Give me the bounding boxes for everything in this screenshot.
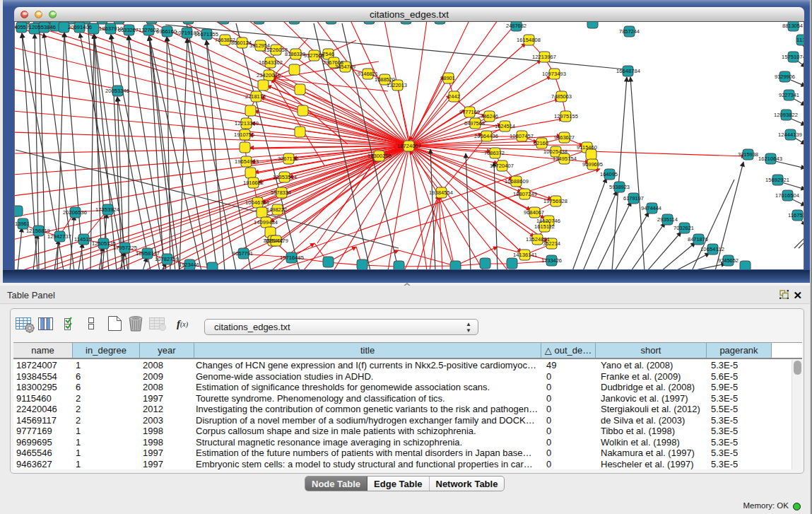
svg-text:7032621: 7032621 xyxy=(673,225,694,231)
svg-text:9657791: 9657791 xyxy=(233,250,253,257)
svg-text:14136141: 14136141 xyxy=(513,252,537,258)
svg-text:3454749: 3454749 xyxy=(335,64,355,70)
svg-text:16154808: 16154808 xyxy=(517,37,541,43)
svg-text:13495754: 13495754 xyxy=(553,156,577,162)
svg-text:1923446: 1923446 xyxy=(179,262,199,268)
svg-text:746246: 746246 xyxy=(481,113,498,119)
svg-text:20553846: 20553846 xyxy=(32,24,56,30)
svg-text:19654983: 19654983 xyxy=(235,158,259,165)
svg-text:114519: 114519 xyxy=(74,236,92,243)
svg-text:9115460: 9115460 xyxy=(577,144,597,151)
svg-text:15914479: 15914479 xyxy=(264,238,288,244)
svg-text:8660124: 8660124 xyxy=(231,40,252,46)
svg-text:9329906: 9329906 xyxy=(775,74,795,80)
svg-text:8813054: 8813054 xyxy=(782,23,803,29)
svg-text:19756928: 19756928 xyxy=(543,198,567,204)
svg-text:20053346: 20053346 xyxy=(105,88,129,94)
svg-text:1910755: 1910755 xyxy=(234,132,254,138)
svg-text:9327505: 9327505 xyxy=(304,52,324,59)
svg-text:2935114: 2935114 xyxy=(657,216,678,223)
svg-text:7485063: 7485063 xyxy=(551,93,572,100)
svg-text:5578334: 5578334 xyxy=(271,189,291,196)
svg-text:17957225: 17957225 xyxy=(113,245,137,251)
svg-text:164095: 164095 xyxy=(600,171,618,177)
svg-text:7546: 7546 xyxy=(322,51,334,57)
svg-text:3215938: 3215938 xyxy=(738,151,758,158)
svg-text:20206536: 20206536 xyxy=(63,209,87,216)
svg-text:12093822: 12093822 xyxy=(774,112,798,118)
svg-text:9227341: 9227341 xyxy=(779,92,799,98)
svg-text:6179197: 6179197 xyxy=(623,195,644,201)
svg-text:1615112: 1615112 xyxy=(534,223,555,230)
svg-text:10782759: 10782759 xyxy=(155,256,179,262)
svg-text:16648784: 16648784 xyxy=(616,68,640,74)
svg-text:1733426: 1733426 xyxy=(541,257,562,264)
svg-text:18807249: 18807249 xyxy=(513,191,537,197)
svg-text:20364436: 20364436 xyxy=(474,133,498,139)
svg-text:20691406: 20691406 xyxy=(68,24,92,30)
svg-text:12156819: 12156819 xyxy=(26,228,50,234)
svg-text:3267130: 3267130 xyxy=(278,156,298,162)
svg-text:1624514: 1624514 xyxy=(495,123,515,129)
svg-text:12213967: 12213967 xyxy=(532,54,556,60)
svg-text:15692921: 15692921 xyxy=(765,177,789,183)
svg-text:1405571: 1405571 xyxy=(15,24,32,30)
svg-text:10025438: 10025438 xyxy=(543,148,567,155)
svg-text:(x): (x) xyxy=(180,320,189,329)
svg-text:62160: 62160 xyxy=(534,140,548,146)
svg-text:1916682: 1916682 xyxy=(243,180,264,186)
svg-text:6497568: 6497568 xyxy=(464,120,485,127)
svg-text:8471876: 8471876 xyxy=(688,236,708,243)
svg-text:23420046: 23420046 xyxy=(257,72,281,78)
svg-text:12505135: 12505135 xyxy=(92,240,116,247)
svg-text:12213369: 12213369 xyxy=(235,120,259,127)
svg-text:12975155: 12975155 xyxy=(554,113,578,119)
svg-text:2487682: 2487682 xyxy=(506,23,526,29)
svg-text:19384554: 19384554 xyxy=(429,189,453,196)
svg-text:1112: 1112 xyxy=(796,37,804,43)
svg-text:17016504: 17016504 xyxy=(775,192,799,199)
svg-text:98901: 98901 xyxy=(440,75,455,81)
svg-text:10688609: 10688609 xyxy=(505,178,529,185)
svg-text:6533267: 6533267 xyxy=(118,27,139,33)
svg-text:15226058: 15226058 xyxy=(264,47,288,53)
svg-text:2442: 2442 xyxy=(448,93,460,100)
svg-text:1322013: 1322013 xyxy=(387,82,407,88)
svg-text:8186328: 8186328 xyxy=(285,51,305,57)
svg-text:6966160: 6966160 xyxy=(156,28,177,35)
svg-text:10807457: 10807457 xyxy=(510,133,534,139)
svg-text:17353924: 17353924 xyxy=(95,206,119,213)
svg-text:9474444: 9474444 xyxy=(641,205,661,211)
svg-text:18724007: 18724007 xyxy=(397,143,421,149)
svg-text:10046766: 10046766 xyxy=(245,199,269,206)
svg-text:7857244: 7857244 xyxy=(619,28,640,35)
svg-text:15751074: 15751074 xyxy=(782,54,804,60)
svg-text:12353594: 12353594 xyxy=(273,174,297,180)
svg-text:10973493: 10973493 xyxy=(542,71,566,77)
svg-text:14099484: 14099484 xyxy=(254,219,278,226)
svg-text:12942737: 12942737 xyxy=(47,233,71,240)
svg-text:9463627: 9463627 xyxy=(554,134,575,141)
svg-text:2718176: 2718176 xyxy=(245,93,266,100)
svg-text:1498222: 1498222 xyxy=(266,206,287,213)
svg-text:9699695: 9699695 xyxy=(582,161,603,168)
svg-text:12444139: 12444139 xyxy=(778,132,802,138)
svg-text:9684067: 9684067 xyxy=(524,209,544,216)
svg-text:10654112: 10654112 xyxy=(700,246,724,252)
svg-text:15720407: 15720407 xyxy=(490,163,514,169)
svg-text:16210643: 16210643 xyxy=(758,156,782,162)
svg-text:15716485: 15716485 xyxy=(280,255,304,261)
svg-text:352214: 352214 xyxy=(543,240,560,247)
svg-text:9777169: 9777169 xyxy=(459,109,480,115)
svg-text:116753: 116753 xyxy=(788,212,804,218)
svg-text:13961: 13961 xyxy=(15,221,30,227)
svg-text:5938923: 5938923 xyxy=(609,184,630,190)
svg-text:16543362: 16543362 xyxy=(259,59,283,66)
svg-text:18300295: 18300295 xyxy=(367,153,392,159)
svg-text:9245652: 9245652 xyxy=(718,257,739,264)
svg-text:7086372: 7086372 xyxy=(484,150,505,156)
